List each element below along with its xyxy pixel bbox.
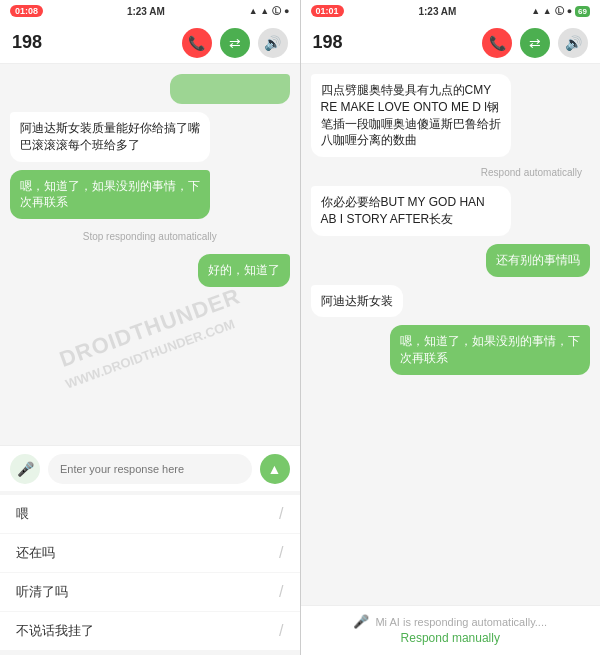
left-status-bar: 01:08 1:23 AM ▲ ▲ Ⓛ ● bbox=[0, 0, 300, 22]
right-status-icons: ▲ ▲ Ⓛ ● 69 bbox=[531, 5, 590, 18]
left-quick-reply-3[interactable]: 听清了吗 / bbox=[0, 573, 300, 611]
right-time-badge: 01:01 bbox=[311, 5, 344, 17]
right-msg-5: 嗯，知道了，如果没别的事情，下次再联系 bbox=[390, 325, 590, 375]
right-end-call-button[interactable]: 📞 bbox=[482, 28, 512, 58]
right-time: 1:23 AM bbox=[418, 6, 456, 17]
left-msg-2: 阿迪达斯女装质量能好你给搞了嘴巴滚滚滚每个班给多了 bbox=[10, 112, 210, 162]
left-stop-auto-label[interactable]: Stop responding automatically bbox=[10, 231, 290, 242]
left-send-button[interactable]: ▲ bbox=[260, 454, 290, 484]
right-speaker-button[interactable]: 🔊 bbox=[558, 28, 588, 58]
left-call-bar: 198 📞 ⇄ 🔊 bbox=[0, 22, 300, 64]
left-quick-reply-4[interactable]: 不说话我挂了 / bbox=[0, 612, 300, 650]
right-ai-status-text: Mi AI is responding automatically.... bbox=[375, 616, 547, 628]
right-call-bar: 198 📞 ⇄ 🔊 bbox=[301, 22, 601, 64]
left-mic-button[interactable]: 🎤 bbox=[10, 454, 40, 484]
right-transfer-button[interactable]: ⇄ bbox=[520, 28, 550, 58]
right-msg-4: 阿迪达斯女装 bbox=[311, 285, 403, 318]
right-ai-status: 🎤 Mi AI is responding automatically.... bbox=[353, 614, 547, 629]
left-edit-icon-3[interactable]: / bbox=[279, 583, 283, 601]
right-status-bar: 01:01 1:23 AM ▲ ▲ Ⓛ ● 69 bbox=[301, 0, 601, 22]
left-time-badge: 01:08 bbox=[10, 5, 43, 17]
left-panel: DROIDTHUNDER WWW.DROIDTHUNDER.COM 01:08 … bbox=[0, 0, 300, 655]
left-response-input[interactable] bbox=[48, 454, 252, 484]
left-msg-1 bbox=[170, 74, 290, 104]
right-chat-area: 四点劈腿奥特曼具有九点的CMY RE MAKE LOVE ONTO ME D l… bbox=[301, 64, 601, 605]
left-call-number: 198 bbox=[12, 32, 174, 53]
left-input-bar: 🎤 ▲ bbox=[0, 445, 300, 491]
right-auto-label[interactable]: Respond automatically bbox=[311, 167, 591, 178]
right-ai-bar: 🎤 Mi AI is responding automatically.... … bbox=[301, 605, 601, 655]
ai-mic-icon: 🎤 bbox=[353, 614, 369, 629]
right-msg-2: 你必必要给BUT MY GOD HAN AB I STORY AFTER长友 bbox=[311, 186, 511, 236]
left-msg-3: 嗯，知道了，如果没别的事情，下次再联系 bbox=[10, 170, 210, 220]
left-edit-icon-4[interactable]: / bbox=[279, 622, 283, 640]
left-edit-icon-2[interactable]: / bbox=[279, 544, 283, 562]
left-quick-reply-2[interactable]: 还在吗 / bbox=[0, 534, 300, 572]
right-msg-3: 还有别的事情吗 bbox=[486, 244, 590, 277]
right-panel: 01:01 1:23 AM ▲ ▲ Ⓛ ● 69 198 📞 ⇄ 🔊 四点劈腿奥… bbox=[301, 0, 601, 655]
left-end-call-button[interactable]: 📞 bbox=[182, 28, 212, 58]
left-msg-3-wrap: 嗯，知道了，如果没别的事情，下次再联系 bbox=[10, 170, 290, 220]
right-call-number: 198 bbox=[313, 32, 475, 53]
left-chat-area: 阿迪达斯女装质量能好你给搞了嘴巴滚滚滚每个班给多了 嗯，知道了，如果没别的事情，… bbox=[0, 64, 300, 445]
left-speaker-button[interactable]: 🔊 bbox=[258, 28, 288, 58]
left-transfer-button[interactable]: ⇄ bbox=[220, 28, 250, 58]
left-edit-icon-1[interactable]: / bbox=[279, 505, 283, 523]
left-quick-reply-1[interactable]: 喂 / bbox=[0, 495, 300, 533]
left-status-icons: ▲ ▲ Ⓛ ● bbox=[249, 5, 290, 18]
left-quick-replies: 喂 / 还在吗 / 听清了吗 / 不说话我挂了 / bbox=[0, 491, 300, 655]
left-time: 1:23 AM bbox=[127, 6, 165, 17]
right-msg-1: 四点劈腿奥特曼具有九点的CMY RE MAKE LOVE ONTO ME D l… bbox=[311, 74, 511, 157]
respond-manually-button[interactable]: Respond manually bbox=[401, 631, 500, 645]
left-msg-4: 好的，知道了 bbox=[198, 254, 290, 287]
